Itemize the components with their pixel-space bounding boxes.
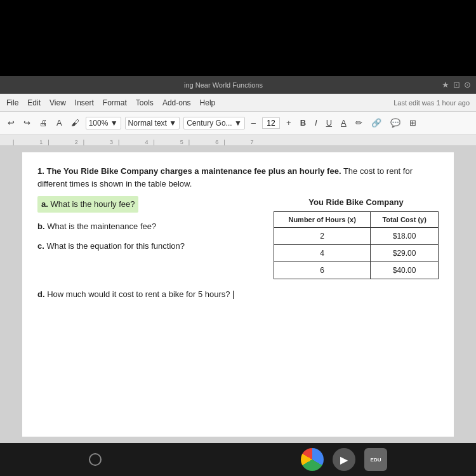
spell-button[interactable]: A (54, 117, 65, 129)
row2-cost: $29.00 (371, 245, 439, 262)
insert-button[interactable]: ⊞ (407, 117, 419, 129)
play-icon[interactable]: ▶ (333, 448, 355, 471)
zoom-select[interactable]: 100% ▼ (86, 117, 121, 129)
table-title: You Ride Bike Company (274, 196, 439, 209)
edu-icon[interactable]: EDU (364, 448, 387, 471)
data-table: Number of Hours (x) Total Cost (y) 2 $18… (274, 211, 439, 280)
font-label: Century Go... (187, 119, 232, 128)
question-intro: 1. The You Ride Bike Company charges a m… (37, 165, 439, 190)
menu-file[interactable]: File (6, 98, 18, 107)
chrome-icon[interactable] (301, 448, 324, 471)
link-button[interactable]: 🔗 (369, 117, 384, 129)
row1-cost: $18.00 (371, 228, 439, 245)
left-questions: a. What is the hourly fee? b. What is th… (37, 196, 263, 279)
menu-insert[interactable]: Insert (75, 98, 94, 107)
question-a-label: a. What is the hourly fee? (37, 196, 138, 213)
last-edit-label: Last edit was 1 hour ago (393, 99, 470, 107)
screen: ing Near World Functions ★ ⊡ ⊙ File Edit… (0, 0, 476, 476)
ruler: | 1 | 2 | 3 | 4 | 5 | 6 | 7 (0, 135, 476, 146)
text-cursor (233, 291, 234, 299)
question-c-item: c. What is the equation for this functio… (37, 240, 263, 253)
right-table: You Ride Bike Company Number of Hours (x… (274, 196, 439, 279)
print-button[interactable]: 🖨 (37, 117, 50, 129)
chrome-window: ing Near World Functions ★ ⊡ ⊙ File Edit… (0, 76, 476, 443)
underline-a-button[interactable]: A (338, 117, 349, 129)
title-icons: ★ ⊡ ⊙ (442, 80, 471, 89)
table-header-row: Number of Hours (x) Total Cost (y) (274, 211, 439, 228)
font-size-input[interactable] (262, 117, 280, 129)
menu-edit[interactable]: Edit (27, 98, 41, 107)
underline-button[interactable]: U (324, 117, 334, 129)
menu-tools[interactable]: Tools (136, 98, 154, 107)
taskbar-home-circle[interactable] (89, 453, 102, 466)
question-d-item: d. How much would it cost to rent a bike… (37, 288, 439, 301)
q-a-label: a. (41, 199, 48, 209)
row2-hours: 4 (274, 245, 371, 262)
expand-icon[interactable]: ⊡ (453, 80, 460, 89)
font-select[interactable]: Century Go... ▼ (183, 117, 245, 129)
question-a-item: a. What is the hourly fee? (37, 196, 263, 213)
paint-button[interactable]: 🖌 (69, 117, 82, 129)
zoom-value: 100% (89, 119, 109, 128)
doc-page: 1. The You Ride Bike Company charges a m… (22, 152, 454, 437)
plus-button[interactable]: + (284, 117, 294, 129)
q-c-label: c. (37, 241, 44, 251)
table-row: 2 $18.00 (274, 228, 439, 245)
q-d-text: How much would it cost to rent a bike fo… (47, 289, 230, 299)
q-b-text: What is the maintenance fee? (47, 221, 156, 231)
title-text: ing Near World Functions (184, 81, 263, 89)
table-row: 4 $29.00 (274, 245, 439, 262)
doc-area[interactable]: 1. The You Ride Bike Company charges a m… (0, 146, 476, 443)
question-number: 1. (37, 166, 44, 176)
style-label: Normal text (128, 119, 167, 128)
redo-button[interactable]: ↪ (21, 117, 33, 129)
font-arrow: ▼ (234, 119, 242, 128)
q-a-text: What is the hourly fee? (50, 199, 135, 209)
style-arrow: ▼ (169, 119, 176, 128)
close-icon[interactable]: ⊙ (464, 80, 471, 89)
menu-view[interactable]: View (50, 98, 66, 107)
row3-hours: 6 (274, 262, 371, 279)
style-select[interactable]: Normal text ▼ (125, 117, 180, 129)
table-row: 6 $40.00 (274, 262, 439, 279)
row1-hours: 2 (274, 228, 371, 245)
menu-addons[interactable]: Add-ons (162, 98, 191, 107)
minus-button[interactable]: – (249, 117, 258, 129)
q-b-label: b. (37, 221, 45, 231)
menu-bar: File Edit View Insert Format Tools Add-o… (0, 94, 476, 112)
menu-format[interactable]: Format (103, 98, 127, 107)
ruler-marks: | 1 | 2 | 3 | 4 | 5 | 6 | 7 (0, 135, 476, 145)
question-b-item: b. What is the maintenance fee? (37, 220, 263, 233)
taskbar: ▶ EDU (0, 443, 476, 476)
q-d-label: d. (37, 289, 45, 299)
content-area: a. What is the hourly fee? b. What is th… (37, 196, 439, 279)
star-icon[interactable]: ★ (442, 80, 449, 89)
menu-help[interactable]: Help (200, 98, 216, 107)
bold-button[interactable]: B (298, 117, 308, 129)
title-bar: ing Near World Functions ★ ⊡ ⊙ (0, 76, 476, 94)
top-black-bar (0, 0, 476, 76)
col-header-hours: Number of Hours (x) (274, 211, 371, 228)
question-bold-text: The You Ride Bike Company charges a main… (46, 166, 341, 176)
col-header-cost: Total Cost (y) (371, 211, 439, 228)
toolbar: ↩ ↪ 🖨 A 🖌 100% ▼ Normal text ▼ Century G… (0, 112, 476, 135)
highlight-button[interactable]: ✏ (353, 117, 365, 129)
row3-cost: $40.00 (371, 262, 439, 279)
italic-button[interactable]: I (312, 117, 320, 129)
q-c-text: What is the equation for this function? (46, 241, 185, 251)
zoom-arrow: ▼ (110, 119, 118, 128)
comment-button[interactable]: 💬 (388, 117, 403, 129)
undo-button[interactable]: ↩ (5, 117, 17, 129)
